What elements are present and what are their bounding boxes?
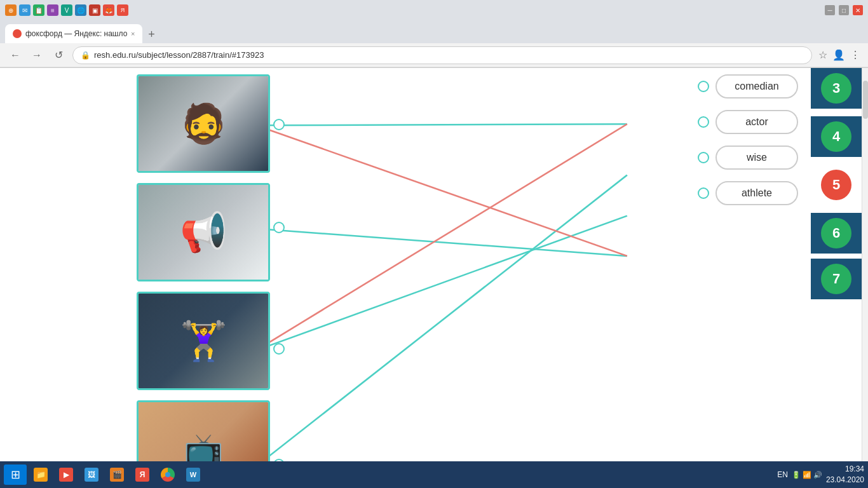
- right-dot-2[interactable]: [698, 116, 709, 128]
- app-icon-4[interactable]: ≡: [47, 4, 58, 16]
- word-column: comedian actor wise athlete: [698, 68, 798, 205]
- lock-icon: 🔒: [81, 51, 90, 60]
- yandex-icon: Я: [135, 468, 149, 482]
- svg-line-5: [256, 124, 627, 350]
- svg-line-3: [256, 175, 627, 466]
- svg-line-1: [256, 229, 627, 256]
- taskbar-media[interactable]: ▶: [55, 464, 78, 485]
- image-card-3[interactable]: 🏋️‍♀️: [137, 292, 270, 390]
- exercise-area: 🧔 📢 🏋️‍♀️ 📺: [48, 68, 811, 488]
- svg-line-2: [256, 216, 627, 351]
- clock: 19:34 23.04.2020: [826, 464, 864, 485]
- word-card-athlete[interactable]: athlete: [715, 181, 798, 205]
- chrome-icon: [161, 468, 175, 482]
- tab-bar: фоксфорд — Яндекс: нашлось... × +: [0, 20, 868, 43]
- right-dot-3[interactable]: [698, 152, 709, 163]
- image-card-2[interactable]: 📢: [137, 183, 270, 281]
- left-dot-1[interactable]: [273, 119, 285, 130]
- scrollbar[interactable]: [862, 68, 868, 488]
- word-item-3: wise: [698, 146, 798, 170]
- left-dot-2[interactable]: [273, 222, 285, 233]
- video-icon: 🎬: [110, 468, 124, 482]
- date-display: 23.04.2020: [826, 475, 864, 485]
- svg-line-4: [256, 125, 627, 256]
- app-icon-yandex[interactable]: Я: [117, 4, 128, 16]
- right-dot-1[interactable]: [698, 81, 709, 92]
- word-item-1: comedian: [698, 74, 798, 98]
- athlete-figure: 🏋️‍♀️: [180, 318, 227, 363]
- score-band-5: 5: [811, 165, 862, 205]
- back-button[interactable]: ←: [8, 48, 23, 63]
- score-band-4: 4: [811, 116, 862, 157]
- title-bar: ⊕ ✉ 📋 ≡ V 🌐 ▣ 🦊 Я ─ □ ✕: [0, 0, 868, 20]
- refresh-button[interactable]: ↺: [51, 48, 66, 63]
- main-content: 🧔 📢 🏋️‍♀️ 📺: [0, 68, 868, 488]
- left-dot-3[interactable]: [273, 343, 285, 355]
- score-circle-3[interactable]: 3: [821, 73, 851, 104]
- person1-figure: 🧔: [180, 101, 227, 146]
- app-icon-1[interactable]: ⊕: [5, 4, 17, 16]
- app-icon-5[interactable]: V: [61, 4, 72, 16]
- word-card-actor[interactable]: actor: [715, 110, 798, 134]
- svg-line-0: [256, 124, 627, 125]
- taskbar-video[interactable]: 🎬: [105, 464, 128, 485]
- word-card-wise[interactable]: wise: [715, 146, 798, 170]
- bookmark-icon[interactable]: ☆: [818, 49, 827, 61]
- start-button[interactable]: ⊞: [4, 464, 27, 485]
- taskbar-tray: EN 🔋 📶 🔊 19:34 23.04.2020: [777, 464, 864, 485]
- menu-icon[interactable]: ⋮: [850, 49, 860, 61]
- word-item-4: athlete: [698, 181, 798, 205]
- account-icon[interactable]: 👤: [832, 49, 845, 61]
- word-icon: W: [186, 468, 200, 482]
- address-bar: ← → ↺ 🔒 resh.edu.ru/subject/lesson/2887/…: [0, 43, 868, 67]
- right-dot-4[interactable]: [698, 187, 709, 199]
- image-column: 🧔 📢 🏋️‍♀️ 📺: [137, 68, 270, 488]
- taskbar-explorer[interactable]: 📁: [29, 464, 52, 485]
- app-icon-8[interactable]: 🦊: [103, 4, 114, 16]
- photos-icon: 🖼: [85, 468, 98, 482]
- score-band-6: 6: [811, 213, 862, 254]
- lang-indicator: EN: [777, 470, 788, 479]
- new-tab-button[interactable]: +: [142, 25, 160, 43]
- app-icon-3[interactable]: 📋: [33, 4, 44, 16]
- score-band-top: 3: [811, 68, 862, 109]
- score-circle-7[interactable]: 7: [821, 264, 851, 294]
- app-icon-2[interactable]: ✉: [19, 4, 31, 16]
- tray-icons: 🔋 📶 🔊: [792, 471, 822, 479]
- score-circle-4[interactable]: 4: [821, 121, 851, 152]
- score-circle-5[interactable]: 5: [821, 170, 851, 200]
- app-icon-6[interactable]: 🌐: [75, 4, 86, 16]
- word-card-comedian[interactable]: comedian: [715, 74, 798, 98]
- close-button[interactable]: ✕: [853, 5, 863, 15]
- right-sidebar: 3 4 5 6 7: [811, 68, 862, 488]
- tab-favicon: [13, 29, 22, 38]
- media-icon: ▶: [59, 468, 73, 482]
- tab-close-button[interactable]: ×: [131, 30, 135, 37]
- taskbar: ⊞ 📁 ▶ 🖼 🎬 Я W EN 🔋 📶 🔊 19:34 23.04.2020: [0, 461, 868, 488]
- score-band-7: 7: [811, 259, 862, 299]
- forward-button[interactable]: →: [29, 48, 44, 63]
- time-display: 19:34: [826, 464, 864, 475]
- minimize-button[interactable]: ─: [825, 5, 835, 15]
- active-tab[interactable]: фоксфорд — Яндекс: нашлось... ×: [5, 24, 142, 43]
- taskbar-word[interactable]: W: [182, 464, 205, 485]
- url-bar[interactable]: 🔒 resh.edu.ru/subject/lesson/2887/train/…: [72, 46, 812, 64]
- explorer-icon: 📁: [34, 468, 48, 482]
- taskbar-yandex[interactable]: Я: [131, 464, 154, 485]
- maximize-button[interactable]: □: [839, 5, 849, 15]
- left-margin: [0, 68, 48, 488]
- taskbar-photos[interactable]: 🖼: [80, 464, 103, 485]
- person2-figure: 📢: [180, 210, 227, 255]
- scrollbar-thumb[interactable]: [863, 81, 868, 119]
- image-card-1[interactable]: 🧔: [137, 74, 270, 173]
- word-item-2: actor: [698, 110, 798, 134]
- url-text: resh.edu.ru/subject/lesson/2887/train/#1…: [94, 50, 264, 60]
- score-circle-6[interactable]: 6: [821, 218, 851, 248]
- tab-title: фоксфорд — Яндекс: нашлось...: [25, 29, 127, 38]
- taskbar-chrome[interactable]: [156, 464, 179, 485]
- app-icon-7[interactable]: ▣: [89, 4, 100, 16]
